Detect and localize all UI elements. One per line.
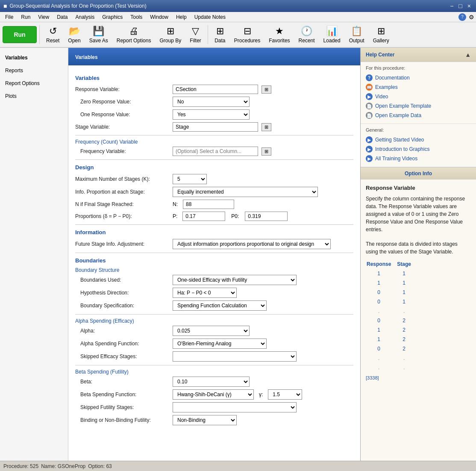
status-option: Option: 63 — [88, 463, 112, 469]
zero-response-label: Zero Response Value: — [75, 99, 169, 105]
menu-tools[interactable]: Tools — [127, 13, 146, 21]
open-example-data-link[interactable]: 📄 Open Example Data — [366, 111, 471, 120]
general-section: General: ▶ Getting Started Video ▶ Intro… — [361, 124, 476, 167]
nav-plots[interactable]: Plots — [0, 90, 68, 103]
menu-bar: File Run View Data Analysis Graphics Too… — [0, 12, 476, 22]
filter-button[interactable]: ▽ Filter — [186, 24, 205, 46]
maximize-button[interactable]: □ — [457, 3, 464, 9]
menu-view[interactable]: View — [35, 13, 53, 21]
hypothesis-label: Hypothesis Direction: — [75, 290, 169, 296]
menu-help[interactable]: Help — [173, 13, 190, 21]
alpha-spending-function-select[interactable]: O'Brien-Fleming Analog — [173, 339, 267, 349]
frequency-row: Frequency Variable: ⊞ — [75, 147, 353, 156]
recent-button[interactable]: 🕐 Recent — [295, 24, 319, 46]
skipped-futility-select[interactable] — [173, 402, 297, 412]
max-stages-row: Maximum Number of Stages (K): 5 2 3 4 — [75, 174, 353, 184]
report-options-icon: 🖨 — [129, 26, 138, 37]
menu-analysis[interactable]: Analysis — [72, 13, 98, 21]
stage-variable-input[interactable] — [173, 122, 258, 132]
window-controls[interactable]: − □ × — [448, 3, 473, 9]
all-training-videos-link[interactable]: ▶ All Training Videos — [366, 154, 471, 163]
alpha-select[interactable]: 0.025 0.05 — [173, 326, 250, 336]
hypothesis-select[interactable]: Ha: P − P0 < 0 — [173, 288, 237, 298]
frequency-col-button[interactable]: ⊞ — [262, 147, 271, 156]
open-example-template-icon: 📄 — [366, 103, 373, 109]
response-col-header: Response — [367, 260, 396, 268]
response-variable-col-button[interactable]: ⊞ — [262, 85, 271, 94]
boundaries-used-select[interactable]: One-sided Efficacy with Futility — [173, 275, 297, 285]
stage-variable-col-button[interactable]: ⊞ — [262, 123, 271, 131]
save-icon: 💾 — [93, 26, 104, 37]
boundaries-used-row: Boundaries Used: One-sided Efficacy with… — [75, 275, 353, 285]
menu-update-notes[interactable]: Update Notes — [191, 13, 229, 21]
gallery-button[interactable]: ⊞ Gallery — [369, 24, 393, 46]
loaded-button[interactable]: 📊 Loaded — [320, 24, 344, 46]
video-link[interactable]: ▶ Video — [366, 92, 471, 101]
one-response-select[interactable]: Yes No — [173, 109, 250, 120]
response-variable-input[interactable] — [173, 85, 258, 94]
getting-started-video-link[interactable]: ▶ Getting Started Video — [366, 135, 471, 144]
nav-report-options[interactable]: Report Options — [0, 77, 68, 90]
frequency-label: Frequency Variable: — [75, 148, 169, 154]
table-cell: 0 — [367, 316, 396, 325]
table-cell: 1 — [397, 288, 416, 297]
boundary-spec-select[interactable]: Spending Function Calculation — [173, 300, 267, 311]
help-icon-toolbar[interactable]: ? — [458, 13, 466, 21]
save-as-button[interactable]: 💾 Save As — [85, 24, 112, 46]
recent-icon: 🕐 — [301, 26, 312, 37]
data-icon: ⊞ — [216, 26, 224, 37]
info-proportion-select[interactable]: Equally incremented — [173, 187, 318, 197]
future-stage-select[interactable]: Adjust information proportions proportio… — [173, 239, 331, 249]
menu-run[interactable]: Run — [18, 13, 34, 21]
gamma-select[interactable]: 1.5 — [268, 389, 302, 400]
close-button[interactable]: × — [466, 3, 473, 9]
open-button[interactable]: 📂 Open — [64, 24, 84, 46]
status-bar: Procedure: 525 Name: GSOneProp Option: 6… — [0, 461, 476, 471]
minimize-button[interactable]: − — [448, 3, 455, 9]
n-label: N: — [173, 201, 178, 207]
alpha-label: Alpha: — [75, 328, 169, 334]
table-cell: 1 — [367, 326, 396, 334]
intro-graphics-link[interactable]: ▶ Introduction to Graphics — [366, 144, 471, 154]
beta-spending-function-select[interactable]: Hwang-Shih-DeCani (γ) — [173, 389, 254, 400]
p-input[interactable] — [182, 212, 225, 221]
documentation-link[interactable]: ? Documentation — [366, 73, 471, 82]
table-cell: 1 — [367, 335, 396, 344]
zero-response-select[interactable]: No Yes — [173, 97, 250, 107]
option-info-content: Response Variable Specify the column con… — [361, 180, 476, 461]
data-button[interactable]: ⊞ Data — [211, 24, 229, 46]
max-stages-select[interactable]: 5 2 3 4 — [173, 174, 207, 184]
group-by-button[interactable]: ⊞ Group By — [156, 24, 185, 46]
right-panel: Help Center ▲ For this procedure: ? Docu… — [361, 48, 476, 461]
loaded-icon: 📊 — [326, 26, 338, 37]
alpha-spending-function-row: Alpha Spending Function: O'Brien-Fleming… — [75, 339, 353, 349]
procedures-button[interactable]: ⊟ Procedures — [230, 24, 264, 46]
boundaries-section-title: Boundaries — [75, 257, 353, 264]
frequency-input[interactable] — [173, 147, 258, 156]
report-options-button[interactable]: 🖨 Report Options — [113, 24, 155, 46]
menu-window[interactable]: Window — [147, 13, 172, 21]
help-center-collapse[interactable]: ▲ — [465, 51, 471, 58]
alpha-spending-subtitle: Alpha Spending (Efficacy) — [75, 318, 353, 324]
settings-icon[interactable]: ⚙ — [469, 14, 474, 21]
menu-graphics[interactable]: Graphics — [99, 13, 126, 21]
skipped-efficacy-label: Skipped Efficacy Stages: — [75, 353, 169, 359]
run-button[interactable]: Run — [3, 26, 37, 43]
nav-variables[interactable]: Variables — [0, 51, 68, 64]
p0-input[interactable] — [245, 212, 288, 221]
favorites-button[interactable]: ★ Favorites — [265, 24, 294, 46]
menu-data[interactable]: Data — [53, 13, 71, 21]
examples-link[interactable]: 📖 Examples — [366, 82, 471, 92]
one-response-row: One Response Value: Yes No — [75, 109, 353, 120]
info-proportion-label: Info. Proportion at each Stage: — [75, 189, 169, 195]
beta-select[interactable]: 0.10 0.20 — [173, 377, 250, 387]
binding-select[interactable]: Non-Binding Binding — [173, 415, 237, 425]
output-button[interactable]: 📋 Output — [345, 24, 368, 46]
nav-reports[interactable]: Reports — [0, 64, 68, 77]
skipped-efficacy-select[interactable] — [173, 351, 297, 362]
open-example-template-link[interactable]: 📄 Open Example Template — [366, 101, 471, 111]
for-this-procedure-section: For this procedure: ? Documentation 📖 Ex… — [361, 62, 476, 124]
reset-button[interactable]: ↺ Reset — [42, 24, 63, 46]
menu-file[interactable]: File — [2, 13, 17, 21]
n-input[interactable] — [183, 200, 234, 209]
